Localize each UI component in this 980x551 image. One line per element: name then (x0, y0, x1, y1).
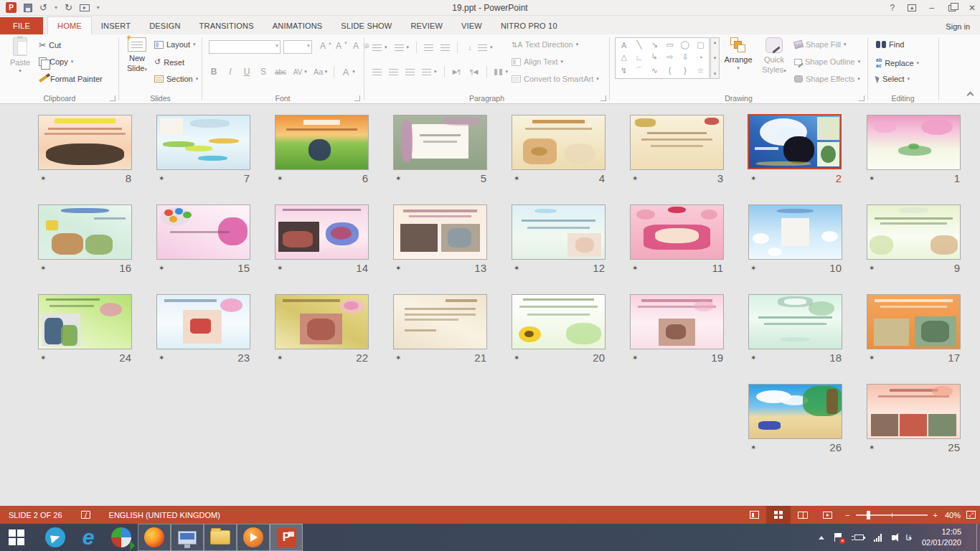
tab-insert[interactable]: INSERT (92, 17, 140, 34)
italic-button[interactable]: I (225, 67, 235, 77)
transition-indicator[interactable]: ✶ (869, 264, 875, 272)
shape-effects-button[interactable]: Shape Effects▾ (794, 75, 860, 83)
format-painter-button[interactable]: Format Painter (39, 75, 103, 83)
start-button[interactable] (0, 524, 33, 551)
normal-view-button[interactable] (742, 506, 766, 524)
shape-glyph-11[interactable]: ◔ (693, 51, 708, 63)
justify-icon[interactable] (422, 69, 431, 75)
arrange-button[interactable]: Arrange▾ (722, 37, 754, 90)
reading-view-button[interactable] (791, 506, 815, 524)
ribbon-display-options-button[interactable]: ▴ (908, 4, 916, 11)
tab-nitro-pro-10[interactable]: NITRO PRO 10 (491, 17, 567, 34)
font-color-button[interactable]: A (341, 67, 351, 77)
shape-glyph-14[interactable]: ∿ (647, 64, 662, 77)
shape-glyph-12[interactable]: ↯ (616, 64, 631, 77)
transition-indicator[interactable]: ✶ (159, 264, 164, 272)
transition-indicator[interactable]: ✶ (395, 354, 401, 362)
shrink-font-button[interactable]: A▼ (334, 41, 348, 51)
shape-glyph-6[interactable]: △ (616, 51, 631, 63)
clock[interactable]: 12:0502/01/2020 (922, 527, 961, 548)
tab-slide-show[interactable]: SLIDE SHOW (331, 17, 401, 34)
slide-thumbnail-23[interactable]: ✶23 (156, 294, 250, 349)
align-left-icon[interactable] (372, 69, 382, 75)
shape-glyph-2[interactable]: ↘ (647, 39, 662, 51)
shape-glyph-0[interactable]: A (616, 39, 631, 51)
transition-indicator[interactable]: ✶ (869, 354, 875, 362)
slide-show-button[interactable] (815, 506, 839, 524)
font-size-combo[interactable] (283, 40, 312, 54)
transition-indicator[interactable]: ✶ (159, 174, 164, 182)
shape-glyph-1[interactable]: ╲ (631, 39, 646, 51)
rtl-direction-icon[interactable]: ¶◀ (469, 68, 479, 75)
input-language-indicator[interactable]: فا (905, 533, 912, 542)
slide-thumbnail-1[interactable]: ✶1 (867, 115, 961, 170)
tab-transitions[interactable]: TRANSITIONS (190, 17, 263, 34)
language-indicator[interactable]: ENGLISH (UNITED KINGDOM) (109, 511, 220, 519)
transition-indicator[interactable]: ✶ (750, 264, 756, 272)
show-desktop-button[interactable] (976, 524, 980, 551)
transition-indicator[interactable]: ✶ (514, 354, 519, 362)
tab-animations[interactable]: ANIMATIONS (263, 17, 332, 34)
collapse-ribbon-button[interactable] (967, 92, 974, 99)
taskbar-remote-desktop[interactable] (171, 524, 204, 551)
increase-indent-icon[interactable] (440, 44, 450, 51)
grow-font-button[interactable]: A▲ (318, 41, 332, 51)
slide-thumbnail-17[interactable]: ✶17 (867, 294, 961, 349)
slide-thumbnail-19[interactable]: ✶19 (630, 294, 724, 349)
transition-indicator[interactable]: ✶ (632, 264, 638, 272)
font-dialog-launcher[interactable] (354, 95, 360, 101)
action-center-flag-icon[interactable]: ✕ (834, 533, 842, 542)
transition-indicator[interactable]: ✶ (632, 174, 638, 182)
slide-thumbnail-24[interactable]: ✶24 (38, 294, 132, 349)
taskbar-file-explorer[interactable] (204, 524, 237, 551)
replace-button[interactable]: abacReplace▾ (876, 57, 919, 68)
tab-design[interactable]: DESIGN (140, 17, 189, 34)
fit-slide-to-window-button[interactable]: ⤢ (966, 511, 976, 519)
shape-glyph-15[interactable]: { (662, 64, 677, 77)
align-right-icon[interactable] (405, 69, 415, 75)
line-spacing-icon[interactable]: ↕ (465, 44, 475, 52)
slide-thumbnail-7[interactable]: ✶7 (156, 115, 250, 170)
decrease-indent-icon[interactable] (424, 44, 433, 51)
battery-icon[interactable] (854, 534, 864, 540)
copy-button[interactable]: Copy▾ (39, 57, 73, 66)
transition-indicator[interactable]: ✶ (750, 443, 756, 451)
taskbar-telegram[interactable] (39, 524, 72, 551)
font-name-combo[interactable] (209, 40, 281, 54)
slide-thumbnail-14[interactable]: ✶14 (275, 204, 369, 260)
slide-sorter-view-button[interactable] (766, 506, 791, 524)
numbering-icon[interactable] (395, 44, 404, 51)
text-shadow-button[interactable]: S (258, 67, 268, 77)
slide-thumbnail-15[interactable]: ✶15 (156, 204, 250, 260)
strikethrough-button[interactable]: abc (275, 68, 286, 76)
slide-thumbnail-12[interactable]: ✶12 (512, 204, 606, 260)
slide-thumbnail-13[interactable]: ✶13 (393, 204, 487, 260)
shape-glyph-5[interactable]: ▢ (693, 39, 708, 51)
zoom-out-button[interactable]: − (845, 511, 849, 519)
sign-in-link[interactable]: Sign in (946, 22, 970, 31)
transition-indicator[interactable]: ✶ (869, 174, 875, 182)
slide-thumbnail-16[interactable]: ✶16 (38, 204, 132, 260)
clipboard-dialog-launcher[interactable] (110, 95, 116, 101)
slide-thumbnail-20[interactable]: ✶20 (512, 294, 606, 349)
help-button[interactable]: ? (890, 3, 895, 13)
shape-outline-button[interactable]: Shape Outline▾ (794, 57, 860, 66)
shape-glyph-10[interactable]: ⇩ (677, 51, 692, 63)
tab-file[interactable]: FILE (0, 17, 43, 34)
shape-fill-button[interactable]: Shape Fill▾ (794, 40, 846, 49)
zoom-slider[interactable] (856, 514, 928, 516)
slide-thumbnail-21[interactable]: ✶21 (393, 294, 487, 349)
columns-icon[interactable] (494, 69, 503, 75)
transition-indicator[interactable]: ✶ (40, 264, 46, 272)
convert-smartart-button[interactable]: Convert to SmartArt▾ (512, 75, 599, 83)
find-button[interactable]: Find (876, 40, 904, 49)
tab-review[interactable]: REVIEW (401, 17, 452, 34)
volume-icon[interactable] (892, 535, 895, 540)
taskbar-idm[interactable] (105, 524, 138, 551)
zoom-in-button[interactable]: + (933, 511, 938, 519)
text-direction-button[interactable]: ⇅AText Direction▾ (512, 40, 578, 49)
minimize-button[interactable]: – (929, 3, 934, 13)
change-case-button[interactable]: Aa (314, 67, 324, 76)
transition-indicator[interactable]: ✶ (277, 354, 283, 362)
slide-thumbnail-10[interactable]: ✶10 (748, 204, 842, 260)
